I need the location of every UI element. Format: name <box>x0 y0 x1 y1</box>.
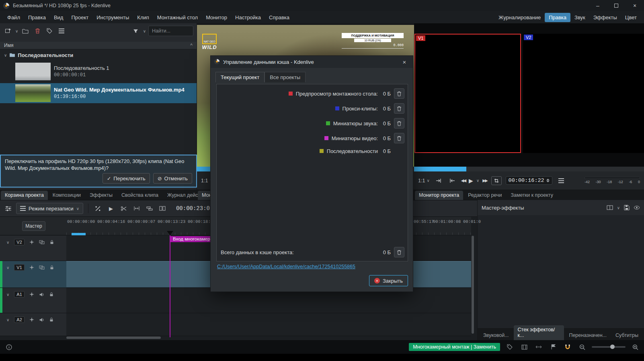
collapse-track-icon[interactable]: ∨ <box>6 318 9 322</box>
menu-clip[interactable]: Клип <box>133 12 153 22</box>
layout-editing[interactable]: Правка <box>545 13 570 22</box>
timeline-zoom-slider[interactable] <box>592 346 626 348</box>
tab-effect-stack[interactable]: Стек эффектов/к... <box>514 325 564 340</box>
rewind-button[interactable]: ◀◀ <box>461 178 466 183</box>
track-name-badge[interactable]: A2 <box>14 316 24 323</box>
chevron-down-icon[interactable]: ∨ <box>617 206 620 210</box>
bin-menu-button[interactable] <box>57 26 66 36</box>
master-track-button[interactable]: Мастер <box>22 221 45 231</box>
layout-logging[interactable]: Журналирование <box>494 13 545 22</box>
scrollbar-handle[interactable] <box>472 236 474 334</box>
lock-icon[interactable] <box>49 292 54 297</box>
monitor-menu-button[interactable] <box>556 176 566 186</box>
slider-knob[interactable] <box>610 345 615 349</box>
delete-cache-button[interactable] <box>394 118 404 128</box>
save-effect-icon[interactable] <box>624 205 630 210</box>
delete-cache-button[interactable] <box>394 133 404 143</box>
play-menu-chevron-icon[interactable]: ∨ <box>476 178 479 183</box>
track-effects-icon[interactable] <box>29 317 34 322</box>
tags-button[interactable] <box>45 26 54 36</box>
menu-file[interactable]: Файл <box>3 12 24 22</box>
add-clip-chevron-icon[interactable]: ∨ <box>15 29 18 33</box>
tab-subtitles[interactable]: Субтитры <box>611 331 642 340</box>
menu-monitor[interactable]: Монитор <box>202 12 231 22</box>
zone-in-icon[interactable] <box>434 176 443 186</box>
menu-edit[interactable]: Правка <box>24 12 50 22</box>
bin-item-sequence1[interactable]: Последовательность 1 00:00:00:01 <box>0 61 197 82</box>
tab-project-bin[interactable]: Корзина проекта <box>1 191 48 200</box>
multitrack-view-button[interactable] <box>491 176 502 185</box>
timecode-spinner[interactable] <box>546 179 550 182</box>
tag-toggle-icon[interactable] <box>505 342 515 352</box>
create-folder-button[interactable] <box>21 26 30 36</box>
collapse-track-icon[interactable]: ∨ <box>6 292 9 297</box>
delete-all-cache-button[interactable] <box>394 247 404 257</box>
switch-profile-button[interactable]: ✓ Переключить <box>103 173 150 184</box>
guide-line[interactable] <box>170 235 170 337</box>
multicam-view-v2[interactable]: V2 <box>523 34 644 153</box>
thumbnails-toggle-icon[interactable] <box>519 342 529 352</box>
track-name-badge[interactable]: A1 <box>14 291 24 298</box>
search-input[interactable] <box>148 26 193 36</box>
zone-out-icon[interactable] <box>447 176 457 186</box>
timeline-vertical-scrollbar[interactable] <box>471 236 474 336</box>
collapse-track-icon[interactable]: ∨ <box>6 240 9 245</box>
collapse-track-icon[interactable]: ∨ <box>6 265 9 270</box>
menu-tools[interactable]: Инструменты <box>92 12 133 22</box>
filter-chevron-icon[interactable]: ∨ <box>143 29 146 33</box>
tab-project-monitor[interactable]: Монитор проекта <box>415 191 463 200</box>
tab-all-projects[interactable]: Все проекты <box>265 72 306 82</box>
track-effects-icon[interactable] <box>29 265 34 270</box>
multicam-mode-badge[interactable]: Многокамерный монтаж | Заменить <box>409 343 500 351</box>
scrollbar-handle[interactable] <box>66 337 161 339</box>
cache-folder-link[interactable]: C:/Users/User/AppData/Local/kdenlive/cac… <box>217 264 355 269</box>
folder-expand-icon[interactable]: ∨ <box>4 53 7 57</box>
tab-clip-properties[interactable]: Свойства клипа <box>117 191 162 200</box>
track-header-v2[interactable]: ∨ V2 <box>0 236 66 261</box>
snap-magnet-icon[interactable] <box>563 342 572 352</box>
layout-effects[interactable]: Эффекты <box>589 13 621 22</box>
delete-cache-button[interactable] <box>394 103 404 114</box>
compare-effect-icon[interactable] <box>607 205 613 210</box>
delete-cache-button[interactable] <box>394 88 404 99</box>
spacer-tool-button[interactable] <box>132 204 142 213</box>
tab-compositions[interactable]: Композиции <box>49 191 85 200</box>
timeline-horizontal-scrollbar[interactable] <box>66 336 471 339</box>
add-clip-button[interactable] <box>3 26 13 36</box>
track-content-a2[interactable] <box>66 313 471 336</box>
track-name-badge[interactable]: V1 <box>14 264 24 271</box>
menu-view[interactable]: Вид <box>50 12 68 22</box>
track-effects-icon[interactable] <box>29 240 34 245</box>
forward-button[interactable]: ▶▶ <box>482 178 487 183</box>
tab-remap[interactable]: Переназначен... <box>565 331 611 340</box>
selection-tool-button[interactable]: ▶ <box>106 204 116 213</box>
dialog-close-button[interactable]: × <box>399 59 410 65</box>
zoom-in-icon[interactable] <box>630 342 640 352</box>
track-effects-icon[interactable] <box>29 292 34 297</box>
lock-icon[interactable] <box>49 317 54 322</box>
minimize-button[interactable]: – <box>589 0 607 11</box>
bin-column-header[interactable]: Имя ^ <box>0 42 197 49</box>
dialog-titlebar[interactable]: Управление данными кэша - Kdenlive × <box>211 56 413 68</box>
fit-zoom-icon[interactable] <box>534 342 544 352</box>
markers-flag-icon[interactable] <box>548 342 558 352</box>
track-header-a2[interactable]: ∨ A2 <box>0 313 66 336</box>
project-zoom-dropdown[interactable]: 1:1 ∨ <box>418 178 430 184</box>
delete-button[interactable] <box>33 26 42 36</box>
track-settings-button[interactable] <box>3 204 13 213</box>
speaker-icon[interactable] <box>39 292 44 297</box>
show-effects-eye-icon[interactable] <box>634 206 640 210</box>
lock-icon[interactable] <box>49 265 54 270</box>
lock-icon[interactable] <box>49 240 54 245</box>
project-monitor-seekbar[interactable] <box>414 167 644 171</box>
layout-audio[interactable]: Звук <box>570 13 589 22</box>
folder-row-sequences[interactable]: ∨ Последовательности <box>0 51 197 59</box>
menu-settings[interactable]: Настройка <box>231 12 265 22</box>
close-dialog-button[interactable]: × Закрыть <box>369 275 408 286</box>
cancel-profile-button[interactable]: ⊘ Отменить <box>153 173 192 184</box>
mix-clips-button[interactable] <box>93 204 103 213</box>
menu-timeline[interactable]: Монтажный стол <box>153 12 202 22</box>
tab-project-notes[interactable]: Заметки к проекту <box>507 191 557 200</box>
edit-mode-dropdown[interactable]: Режим перезаписи ∨ <box>16 203 83 214</box>
monitor-timecode[interactable]: 00:00:16:22 <box>506 176 552 185</box>
